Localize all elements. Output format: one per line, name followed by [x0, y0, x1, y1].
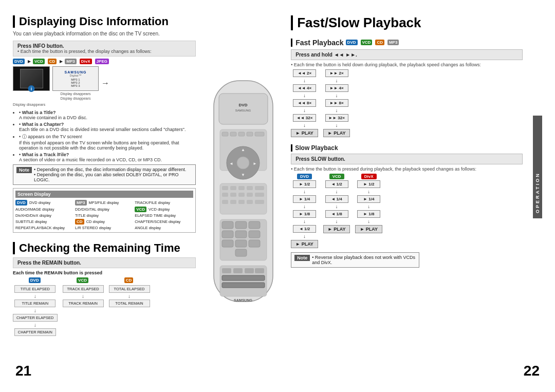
vcd-flow: VCD TRACK ELAPSED ↓ TRACK REMAIN — [63, 277, 104, 307]
svg-rect-45 — [233, 268, 243, 273]
fast-speed-diagram: ◄◄ 2× ↓ ◄◄ 4× ↓ ◄◄ 8× ↓ ◄◄ 32× ↓ ► PLAY — [291, 69, 523, 137]
what-is-chapter-item: • What is a Chapter? Each title on a DVD… — [19, 122, 196, 132]
svg-rect-44 — [222, 268, 231, 273]
dvd-thumb-box: i — [13, 66, 50, 91]
fast-l-8x: ◄◄ 8× — [293, 99, 316, 107]
vcd-thumb-box: SAMSUNG DigItal™ MP3 1MP3 2MP3 3 — [52, 66, 99, 91]
svg-rect-36 — [222, 231, 233, 238]
vcd-remain-badge: VCD — [77, 277, 88, 283]
svg-rect-26 — [255, 193, 264, 197]
fast-badge-mp3: MP3 — [387, 40, 399, 45]
dvd-arrow-2: ↓ — [34, 308, 36, 313]
svg-rect-39 — [222, 240, 233, 247]
fast-instruction-box: Press and hold ◄◄ ►►. — [291, 49, 523, 60]
fast-playback-section: Fast Playback DVD VCD CD MP3 Press and h… — [291, 39, 523, 137]
cd-flow: CD TOTAL ELAPSED ↓ TOTAL REMAIN — [109, 277, 150, 307]
svg-rect-19 — [238, 186, 245, 190]
what-is-chapter-desc: Each title on a DVD disc is divided into… — [19, 127, 186, 132]
sd-item-audio: AUDIO/IMAGE display — [15, 207, 74, 212]
slow-vcd-quarter: ◄ 1/4 — [325, 195, 348, 203]
slow-note-label: Note — [294, 255, 310, 261]
badge-mp3: MP3 — [65, 59, 76, 64]
svg-rect-27 — [222, 200, 228, 204]
symbol-note-desc: If this symbol appears on the TV screen … — [19, 140, 179, 151]
svg-rect-22 — [222, 193, 228, 197]
fast-r-arrow4: ↓ — [336, 123, 338, 128]
slow-playback-title: Slow Playback — [295, 144, 338, 152]
remain-title: Checking the Remaining Time — [13, 242, 196, 254]
display-disappears2-label: Display disappears — [60, 97, 90, 100]
badge-cd: CD — [48, 59, 57, 64]
sd-badge-vcd: VCD — [135, 207, 146, 212]
operation-label: OPERATION — [533, 116, 542, 218]
badge-dvd: DVD — [13, 59, 25, 64]
slow-dvd-half: ► 1/2 — [293, 180, 316, 188]
menu-items-sim: MP3 1MP3 2MP3 3 — [71, 78, 80, 87]
what-is-chapter-label: • What is a Chapter? — [19, 122, 64, 127]
svg-rect-33 — [222, 221, 233, 229]
slow-vcd-a3: ↓ — [336, 219, 338, 224]
svg-rect-29 — [238, 200, 245, 204]
slow-dvd-eighth: ► 1/8 — [293, 210, 316, 218]
operation-text: OPERATION — [535, 172, 540, 213]
fast-r-4x: ►► 4× — [325, 84, 348, 92]
what-is-track-item: • What is a Track /File? A section of vi… — [19, 152, 196, 162]
sd-item-divx: DivXHD/DivX display — [15, 213, 74, 218]
svg-rect-34 — [235, 221, 247, 229]
note-box: Note • Depending on the disc, the disc i… — [13, 164, 196, 185]
remain-section: Checking the Remaining Time Press the RE… — [13, 242, 196, 336]
sd-text-audio: AUDIO/IMAGE display — [15, 207, 54, 212]
sd-text-angle: ANGLE display — [135, 226, 161, 230]
screen-display-title: Screen Display — [15, 191, 193, 198]
svg-rect-35 — [249, 221, 260, 229]
left-column: Displaying Disc Information You can view… — [5, 10, 203, 382]
svg-rect-48 — [222, 275, 265, 281]
svg-rect-24 — [238, 193, 245, 197]
sd-text-repeat: REPEAT/PLAYBACK display — [15, 226, 65, 230]
badge-jpeg: JPEG — [95, 59, 109, 64]
fast-r-play: ► PLAY — [323, 129, 350, 137]
fast-l-arrow1: ↓ — [303, 78, 306, 83]
svg-rect-38 — [249, 231, 260, 238]
cd-remain-badge: CD — [124, 277, 134, 283]
sd-text-title: TITLE display — [75, 213, 99, 218]
sd-item-cd: CD CD display — [75, 219, 134, 225]
sd-text-track: TRACK/FILE display — [135, 200, 170, 205]
arrow-col: → — [101, 66, 109, 100]
sd-item-mp3: MP3 MP3/FILE display — [75, 200, 134, 206]
fast-r-arrow2: ↓ — [336, 93, 338, 98]
sd-item-title: TITLE display — [75, 213, 134, 218]
step1-title: Press INFO button. — [17, 43, 64, 49]
svg-text:SAMSUNG: SAMSUNG — [234, 298, 252, 302]
right-column: Fast/Slow Playback Fast Playback DVD VCD… — [283, 10, 550, 382]
dvd-thumb-img: i — [20, 69, 43, 88]
fast-l-arrow3: ↓ — [303, 108, 306, 113]
fast-l-arrow2: ↓ — [303, 93, 306, 98]
badge-vcd: VCD — [33, 59, 45, 64]
slow-vcd-a1: ↓ — [336, 189, 338, 194]
slow-dvd-header: DVD — [297, 174, 312, 179]
sd-item-repeat: REPEAT/PLAYBACK display — [15, 226, 74, 230]
fast-l-arrow4: ↓ — [303, 123, 306, 128]
disc-info-title: Displaying Disc Information — [13, 15, 196, 28]
slow-divx-play: ► PLAY — [355, 225, 382, 233]
fast-playback-header: Fast Playback DVD VCD CD MP3 — [291, 39, 523, 47]
slow-dvd-quarter: ► 1/4 — [293, 195, 316, 203]
what-is-title-item: • What is a Title? A movie contained in … — [19, 110, 196, 120]
svg-text:▼: ▼ — [241, 173, 245, 177]
sd-text-divx: DivXHD/DivX display — [15, 213, 51, 218]
right-main-area: Fast Playback DVD VCD CD MP3 Press and h… — [291, 39, 542, 270]
fast-r-arrow1: ↓ — [336, 78, 338, 83]
fast-r-8x: ►► 8× — [325, 99, 348, 107]
page-number-right: 22 — [524, 363, 540, 379]
page-number-left: 21 — [15, 363, 31, 379]
screen-display-grid: DVD DVD display MP3 MP3/FILE display TRA… — [15, 200, 193, 230]
disc-info-subtitle: You can view playback information on the… — [13, 31, 196, 36]
slow-divx-eighth: ► 1/8 — [357, 210, 380, 218]
slow-playback-header: Slow Playback — [291, 144, 523, 152]
dvd-info-icon: i — [28, 85, 35, 92]
slow-speed-diagram: DVD ► 1/2 ↓ ► 1/4 ↓ ► 1/8 ↓ ◄ 1/2 ↓ ► PL… — [291, 174, 523, 248]
dvd-thumb-col: i — [13, 66, 50, 100]
svg-rect-7 — [238, 132, 245, 136]
svg-rect-25 — [247, 193, 253, 197]
